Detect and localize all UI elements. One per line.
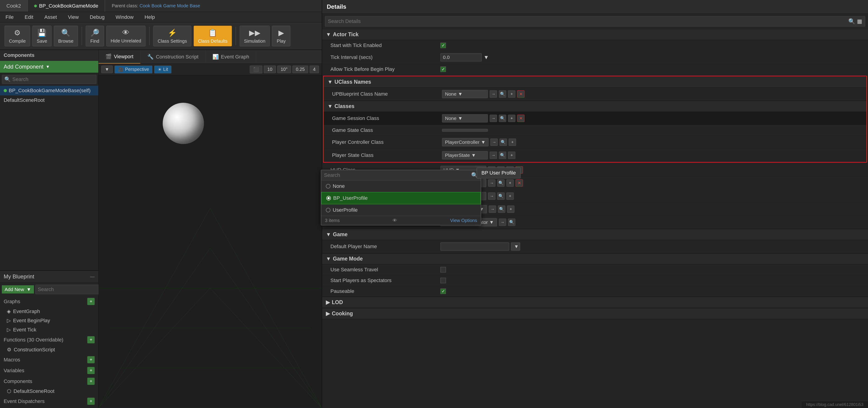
replay-search[interactable]: 🔍 [498, 205, 505, 213]
viewport-arrow-btn[interactable]: ▼ [101, 66, 113, 73]
tree-item-gamemode[interactable]: BP_CookBookGameModeBase(self) [0, 86, 98, 95]
spec-nav[interactable]: → [488, 193, 495, 200]
allow-tick-checkbox[interactable]: ✓ [440, 66, 446, 72]
game-session-nav[interactable]: → [490, 115, 497, 122]
play-btn[interactable]: ▶ Play [272, 26, 290, 46]
class-defaults-btn[interactable]: 📋 Class Defaults [194, 26, 232, 46]
scale-btn[interactable]: 0.25 [292, 66, 308, 73]
add-new-btn[interactable]: Add New ▼ [2, 285, 34, 294]
dpn-input[interactable] [440, 242, 509, 251]
compile-btn[interactable]: ⚙ Compile [5, 26, 30, 46]
default-scene-root-item[interactable]: ⬡ DefaultSceneRoot [0, 387, 98, 396]
tab-cook2[interactable]: Cook2 [0, 0, 28, 12]
section-graphs[interactable]: Graphs + [0, 296, 98, 307]
event-graph-item[interactable]: ◈ EventGraph [0, 307, 98, 316]
upblueprint-nav-btn[interactable]: → [490, 90, 497, 98]
ps-search[interactable]: 🔍 [499, 152, 506, 159]
component-search-input[interactable] [12, 76, 94, 82]
menu-asset[interactable]: Asset [42, 13, 59, 21]
pc-search[interactable]: 🔍 [499, 139, 507, 146]
game-session-search[interactable]: 🔍 [499, 115, 506, 122]
perspective-btn[interactable]: 🎥 Perspective [115, 66, 153, 74]
dp-clear[interactable]: ✕ [516, 179, 523, 187]
add-function-btn[interactable]: + [87, 336, 95, 343]
add-variable-btn[interactable]: + [87, 367, 95, 374]
add-component-btn[interactable]: Add Component ▼ [0, 61, 98, 73]
components-header: Components [0, 50, 98, 61]
section-variables[interactable]: Variables + [0, 365, 98, 376]
details-search-input[interactable] [328, 18, 846, 24]
parent-class-link[interactable]: Cook Book Game Mode Base [140, 3, 200, 8]
menu-help[interactable]: Help [143, 13, 157, 21]
replay-nav[interactable]: → [489, 205, 496, 213]
upblueprint-clear-btn[interactable]: ✕ [517, 90, 525, 98]
section-event-dispatchers[interactable]: Event Dispatchers + [0, 396, 98, 407]
tab-construction[interactable]: 🔧 Construction Script [141, 50, 206, 63]
game-session-add[interactable]: + [508, 115, 515, 122]
add-graph-btn[interactable]: + [87, 298, 95, 305]
game-session-clear[interactable]: ✕ [517, 115, 525, 122]
simulation-btn[interactable]: ▶▶ Simulation [240, 26, 270, 46]
lod-btn[interactable]: 4 [310, 66, 319, 73]
ss-nav[interactable]: → [499, 218, 506, 226]
tick-interval-input[interactable] [440, 53, 482, 61]
ss-search[interactable]: 🔍 [508, 218, 515, 226]
construction-script-item[interactable]: ⚙ ConstructionScript [0, 345, 98, 354]
menu-file[interactable]: File [4, 13, 16, 21]
player-state-dropdown[interactable]: PlayerState ▼ [442, 151, 488, 159]
menu-debug[interactable]: Debug [88, 13, 106, 21]
popup-user-profile-item[interactable]: UserProfile [321, 204, 481, 216]
pc-nav[interactable]: → [490, 139, 498, 146]
hide-unrelated-btn[interactable]: 👁 Hide Unrelated [106, 26, 146, 46]
class-settings-btn[interactable]: ⚡ Class Settings [153, 26, 191, 46]
add-component-section-btn[interactable]: + [87, 378, 95, 385]
dp-add[interactable]: + [506, 179, 514, 187]
angle-btn[interactable]: 10° [277, 66, 291, 73]
tree-item-sceneroot[interactable]: DefaultSceneRoot [0, 95, 98, 105]
menu-window[interactable]: Window [114, 13, 135, 21]
popup-bp-user-profile-item[interactable]: BP_UserProfile [321, 192, 481, 204]
tab-blueprint[interactable]: BP_CookBookGameMode [28, 0, 105, 12]
seamless-checkbox[interactable] [440, 267, 446, 272]
popup-search-input[interactable] [324, 172, 469, 178]
event-tick-item[interactable]: ▷ Event Tick [0, 325, 98, 334]
section-macros[interactable]: Macros + [0, 354, 98, 365]
section-functions[interactable]: Functions (30 Overridable) + [0, 334, 98, 345]
upblueprint-search-btn[interactable]: 🔍 [499, 90, 506, 98]
mybp-search-input[interactable] [38, 287, 101, 292]
browse-btn[interactable]: 🔍 Browse [54, 26, 78, 46]
pauseable-row: Pauseable ✓ [322, 286, 868, 297]
spec-search[interactable]: 🔍 [497, 193, 504, 200]
menu-edit[interactable]: Edit [23, 13, 35, 21]
spec-add[interactable]: + [506, 193, 514, 200]
replay-add[interactable]: + [507, 205, 515, 213]
upblueprint-dropdown[interactable]: None ▼ [442, 90, 488, 98]
game-state-dropdown[interactable] [442, 129, 488, 132]
dp-nav[interactable]: → [488, 179, 495, 187]
section-components[interactable]: Components + [0, 376, 98, 387]
popup-none-item[interactable]: None [321, 180, 481, 192]
start-tick-checkbox[interactable]: ✓ [440, 43, 446, 48]
add-dispatcher-btn[interactable]: + [87, 398, 95, 405]
find-btn[interactable]: 🔎 Find [86, 26, 104, 46]
pauseable-checkbox[interactable]: ✓ [440, 289, 446, 294]
tab-viewport[interactable]: 🎬 Viewport [98, 50, 141, 63]
dpn-dropdown[interactable]: ▼ [511, 242, 520, 251]
begin-play-item[interactable]: ▷ Event BeginPlay [0, 316, 98, 325]
ps-add[interactable]: + [508, 152, 515, 159]
grid-size[interactable]: 10 [264, 66, 276, 73]
menu-view[interactable]: View [66, 13, 81, 21]
pc-add[interactable]: + [509, 139, 516, 146]
add-macro-btn[interactable]: + [87, 356, 95, 363]
game-session-dropdown[interactable]: None ▼ [442, 114, 488, 122]
dp-search[interactable]: 🔍 [497, 179, 504, 187]
spectators-checkbox[interactable] [440, 278, 446, 283]
save-btn[interactable]: 💾 Save [32, 26, 52, 46]
ps-nav[interactable]: → [490, 152, 497, 159]
view-options-link[interactable]: View Options [450, 218, 477, 223]
lit-btn[interactable]: ☀ Lit [154, 66, 172, 74]
upblueprint-add-btn[interactable]: + [508, 90, 515, 98]
player-controller-dropdown[interactable]: PlayerController ▼ [442, 138, 489, 146]
grid-btn1[interactable]: ⬛ [250, 66, 262, 74]
tab-event-graph[interactable]: 📊 Event Graph [206, 50, 256, 63]
